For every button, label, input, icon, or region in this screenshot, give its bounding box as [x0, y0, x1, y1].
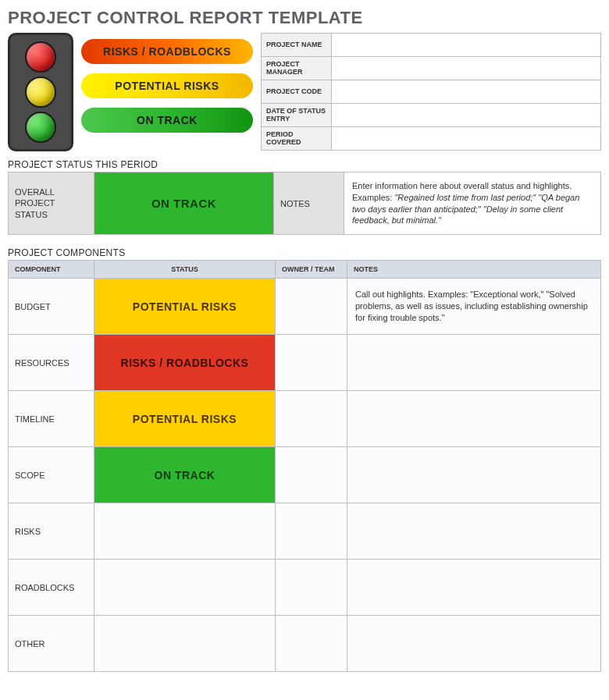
col-header-component: COMPONENT — [9, 261, 94, 279]
meta-label: DATE OF STATUS ENTRY — [262, 104, 332, 127]
table-row: BUDGETPOTENTIAL RISKSCall out highlights… — [9, 279, 601, 335]
meta-value[interactable] — [332, 104, 601, 127]
col-header-status: STATUS — [94, 261, 276, 279]
table-row: ROADBLOCKS — [9, 560, 601, 616]
table-row: OTHER — [9, 616, 601, 672]
traffic-light-green-icon — [25, 112, 56, 143]
component-status-cell[interactable]: POTENTIAL RISKS — [94, 279, 276, 335]
legend-pill-potential: POTENTIAL RISKS — [81, 73, 253, 98]
component-status-cell[interactable] — [94, 560, 276, 616]
meta-label: PROJECT NAME — [262, 34, 332, 57]
component-notes[interactable] — [347, 391, 601, 447]
component-owner[interactable] — [276, 560, 347, 616]
component-status-cell[interactable]: POTENTIAL RISKS — [94, 391, 276, 447]
meta-label: PROJECT MANAGER — [262, 57, 332, 80]
component-status-value: RISKS / ROADBLOCKS — [94, 335, 275, 390]
section-heading-components: PROJECT COMPONENTS — [8, 247, 601, 258]
component-status-cell[interactable] — [94, 616, 276, 672]
component-name: RESOURCES — [9, 335, 94, 391]
component-notes[interactable] — [347, 616, 601, 672]
component-owner[interactable] — [276, 391, 347, 447]
traffic-light-yellow-icon — [25, 76, 56, 108]
component-owner[interactable] — [276, 616, 347, 672]
table-row: TIMELINEPOTENTIAL RISKS — [9, 391, 601, 447]
component-status-value: POTENTIAL RISKS — [94, 391, 275, 446]
component-owner[interactable] — [276, 335, 347, 391]
table-row: SCOPEON TRACK — [9, 447, 601, 503]
overall-notes-cell[interactable]: Enter information here about overall sta… — [344, 172, 601, 235]
component-owner[interactable] — [276, 447, 347, 503]
component-status-value — [94, 616, 275, 671]
legend-pill-ontrack: ON TRACK — [81, 108, 253, 133]
col-header-owner: OWNER / TEAM — [276, 261, 347, 279]
legend-pill-risks: RISKS / ROADBLOCKS — [81, 39, 253, 64]
top-row: RISKS / ROADBLOCKS POTENTIAL RISKS ON TR… — [8, 33, 601, 151]
section-heading-status: PROJECT STATUS THIS PERIOD — [8, 159, 601, 170]
page-title: PROJECT CONTROL REPORT TEMPLATE — [8, 8, 601, 28]
meta-value[interactable] — [332, 80, 601, 104]
component-name: RISKS — [9, 503, 94, 560]
meta-value[interactable] — [332, 127, 601, 151]
component-notes[interactable] — [347, 447, 601, 503]
component-notes[interactable] — [347, 560, 601, 616]
component-status-cell[interactable]: ON TRACK — [94, 447, 276, 503]
component-name: OTHER — [9, 616, 94, 672]
component-owner[interactable] — [276, 279, 347, 335]
traffic-light-red-icon — [25, 41, 56, 73]
meta-label: PERIOD COVERED — [262, 127, 332, 151]
col-header-notes: NOTES — [347, 261, 601, 279]
project-meta-table: PROJECT NAMEPROJECT MANAGERPROJECT CODED… — [261, 33, 601, 151]
traffic-light-icon — [8, 33, 73, 151]
component-status-cell[interactable]: RISKS / ROADBLOCKS — [94, 335, 276, 391]
component-status-value — [94, 503, 275, 559]
meta-value[interactable] — [332, 57, 601, 80]
status-legend: RISKS / ROADBLOCKS POTENTIAL RISKS ON TR… — [81, 33, 253, 139]
component-status-value: POTENTIAL RISKS — [94, 279, 275, 334]
component-notes[interactable]: Call out highlights. Examples: "Exceptio… — [347, 279, 601, 335]
table-row: RESOURCESRISKS / ROADBLOCKS — [9, 335, 601, 391]
components-table: COMPONENT STATUS OWNER / TEAM NOTES BUDG… — [8, 260, 601, 672]
component-status-value — [94, 560, 275, 615]
overall-status-cell[interactable]: ON TRACK — [94, 172, 274, 235]
component-status-value: ON TRACK — [94, 447, 275, 503]
component-owner[interactable] — [276, 503, 347, 560]
overall-status-label: OVERALL PROJECT STATUS — [9, 172, 94, 235]
meta-label: PROJECT CODE — [262, 80, 332, 104]
meta-value[interactable] — [332, 34, 601, 57]
component-notes[interactable] — [347, 503, 601, 560]
overall-notes-label: NOTES — [274, 172, 344, 235]
status-this-period-table: OVERALL PROJECT STATUS ON TRACK NOTES En… — [8, 172, 601, 235]
component-name: BUDGET — [9, 279, 94, 335]
component-notes[interactable] — [347, 335, 601, 391]
overall-status-value: ON TRACK — [94, 172, 273, 234]
component-name: ROADBLOCKS — [9, 560, 94, 616]
component-status-cell[interactable] — [94, 503, 276, 560]
table-row: RISKS — [9, 503, 601, 560]
component-name: TIMELINE — [9, 391, 94, 447]
component-name: SCOPE — [9, 447, 94, 503]
